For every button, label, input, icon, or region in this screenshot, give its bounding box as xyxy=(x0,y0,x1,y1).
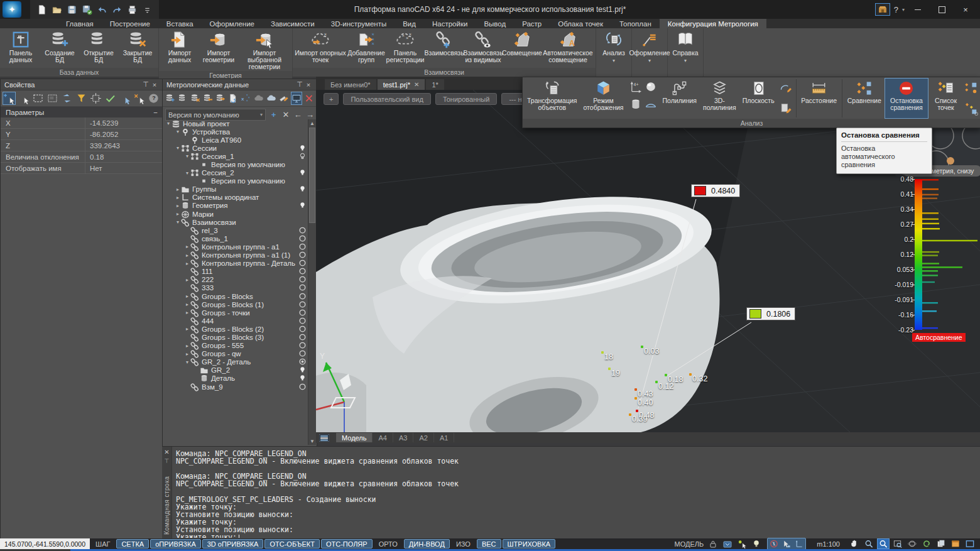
cylinder-icon[interactable] xyxy=(629,97,643,111)
annotation-lock-icon[interactable] xyxy=(707,538,719,549)
tree-expander-icon[interactable]: ▸ xyxy=(184,277,190,283)
tree-item[interactable]: Groups - Blocks (3) xyxy=(164,333,308,341)
tree-item[interactable]: GR_2 xyxy=(164,366,308,374)
zoom-icon[interactable] xyxy=(863,538,875,549)
save-as-icon[interactable] xyxy=(82,4,92,15)
property-row[interactable]: Y-86.2052 xyxy=(1,129,163,140)
tree-item[interactable]: ▸222 xyxy=(164,276,308,284)
open-file-icon[interactable] xyxy=(52,4,62,15)
menu-tab-Облака точек[interactable]: Облака точек xyxy=(550,19,611,28)
db-out-icon[interactable] xyxy=(215,92,226,105)
cloud-icon[interactable] xyxy=(266,92,277,105)
circle-icon[interactable] xyxy=(298,268,307,275)
tree-item[interactable]: ▾Взаимосвязи xyxy=(164,218,308,226)
pin-icon[interactable]: ⊤ xyxy=(163,457,170,464)
scroll-down-icon[interactable]: ▼ xyxy=(308,437,316,445)
db-add-s-icon[interactable] xyxy=(165,92,176,105)
menu-tab-Топоплан[interactable]: Топоплан xyxy=(611,19,660,28)
tree-item[interactable]: ▸Groups - 555 xyxy=(164,342,308,350)
pin-icon[interactable]: ⊤ xyxy=(295,80,304,89)
tree-item[interactable]: ▸Groups - Blocks (2) xyxy=(164,325,308,333)
ribbon-button-align[interactable]: Совмещение xyxy=(503,30,542,57)
cursor-icon[interactable] xyxy=(17,92,30,105)
db-in-icon[interactable] xyxy=(202,92,214,105)
new-file-icon[interactable] xyxy=(36,4,47,15)
window-orange-icon[interactable] xyxy=(949,538,962,549)
pin-icon[interactable]: ⊤ xyxy=(141,80,150,89)
ribbon-button-link-visible[interactable]: Взаимосвязь из видимых xyxy=(464,30,503,64)
analysis-button-display-mode[interactable]: Режим отображения xyxy=(580,78,627,119)
tree-expander-icon[interactable]: ▸ xyxy=(184,293,190,299)
tree-item[interactable]: ▸Геометрия xyxy=(164,202,308,210)
property-row[interactable]: Z339.2643 xyxy=(1,140,163,151)
tree-item[interactable]: ▸Groups - Blocks xyxy=(164,292,308,300)
tree-expander-icon[interactable]: ▸ xyxy=(175,195,181,200)
menu-tab-Вид[interactable]: Вид xyxy=(395,19,424,28)
analysis-button-distance[interactable]: Расстояние xyxy=(798,78,840,119)
close-icon[interactable]: ✕ xyxy=(163,448,171,456)
filter-icon[interactable] xyxy=(75,92,88,105)
property-value[interactable]: Нет xyxy=(85,163,163,173)
property-value[interactable]: -14.5239 xyxy=(85,117,163,128)
bulb-on-icon[interactable] xyxy=(298,185,307,193)
view-pill[interactable]: Пользовательский вид xyxy=(343,93,430,105)
compare-small-icon[interactable] xyxy=(964,81,978,95)
tree-item[interactable]: ▾Новый проект xyxy=(164,119,308,128)
circle-icon[interactable] xyxy=(298,309,307,317)
deviation-leader-label[interactable]: 0.1806 xyxy=(746,307,795,320)
analysis-button-point-list[interactable]: Список точек xyxy=(928,78,963,119)
ribbon-dropdown-help-book[interactable]: Справка▾ xyxy=(668,28,704,77)
menu-tab-Вставка[interactable]: Вставка xyxy=(158,19,202,28)
version-prev-button[interactable]: ← xyxy=(294,110,302,120)
layout-list-icon[interactable] xyxy=(316,433,332,442)
circle-icon[interactable] xyxy=(298,259,307,267)
tree-expander-icon[interactable]: ▸ xyxy=(175,203,181,209)
point-style-icon[interactable] xyxy=(736,538,748,549)
analysis-button-compare[interactable]: Сравнение xyxy=(844,78,885,119)
tree-scrollbar[interactable]: ▲ ▼ xyxy=(308,119,316,445)
ribbon-button-import-geometry[interactable]: Импорт геометрии xyxy=(199,30,238,64)
axes-toggle[interactable] xyxy=(793,538,805,549)
xyz-remove-icon[interactable]: x××× xyxy=(240,92,251,105)
close-icon[interactable]: ✕ xyxy=(414,81,419,88)
tree-item[interactable]: rel_3 xyxy=(164,226,308,234)
tree-expander-icon[interactable]: ▾ xyxy=(165,121,172,126)
help-caret-icon[interactable]: ▾ xyxy=(902,7,905,13)
print-icon[interactable] xyxy=(127,4,138,15)
scroll-thumb[interactable] xyxy=(309,128,315,223)
property-value[interactable]: -86.2052 xyxy=(85,129,163,139)
points-small-icon[interactable] xyxy=(964,102,978,116)
version-delete-button[interactable]: ✕ xyxy=(281,110,290,120)
circle-icon[interactable] xyxy=(298,342,307,349)
circle-icon[interactable] xyxy=(298,284,307,292)
menu-tab-Построение[interactable]: Построение xyxy=(102,19,158,28)
tree-expander-icon[interactable]: ▸ xyxy=(184,253,190,258)
menu-tab-Настройки[interactable]: Настройки xyxy=(424,19,476,28)
ribbon-button-add-groups[interactable]: ×××Добавление групп xyxy=(347,30,386,64)
tree-item[interactable]: ▸Контрольня группа - a1 xyxy=(164,243,308,251)
layout-tab-A2[interactable]: A2 xyxy=(413,433,433,442)
ribbon-dropdown-decor[interactable]: Оформление▾ xyxy=(632,28,668,77)
status-toggle-ОТС-ОБЪЕКТ[interactable]: ОТС-ОБЪЕКТ xyxy=(264,539,319,548)
tree-expander-icon[interactable]: ▾ xyxy=(175,219,181,225)
tree-expander-icon[interactable]: ▸ xyxy=(184,326,190,332)
check-icon[interactable] xyxy=(104,92,117,105)
tree-item[interactable]: ▸Контрольня группа - a1 (1) xyxy=(164,251,308,259)
tree-item[interactable]: связь_1 xyxy=(164,234,308,243)
more-icon[interactable] xyxy=(142,4,153,15)
command-history[interactable]: Команда: NPC_COMPARE_LEGEND_ONNPC_COMPAR… xyxy=(176,450,977,538)
save-icon[interactable] xyxy=(67,4,77,15)
radio-on-icon[interactable] xyxy=(298,358,307,366)
scale-label[interactable]: m1:100 xyxy=(817,540,840,548)
tree-item[interactable]: ▸Groups - точки xyxy=(164,308,308,317)
ribbon-button-link-add[interactable]: Взаимосвязь xyxy=(425,30,464,57)
menu-tab-Оформление[interactable]: Оформление xyxy=(202,19,263,28)
status-toggle-ДИН-ВВОД[interactable]: ДИН-ВВОД xyxy=(404,539,450,548)
orbit-icon[interactable] xyxy=(906,538,918,549)
tree-item[interactable]: ▸Марки xyxy=(164,210,308,218)
tree-expander-icon[interactable]: ▾ xyxy=(175,129,181,134)
ribbon-button-db-add[interactable]: Создание БД xyxy=(40,30,79,64)
axes4-icon[interactable]: 4+ xyxy=(629,80,643,94)
ribbon-button-auto-align[interactable]: AАвтоматическое совмещение xyxy=(542,30,594,64)
tree-item[interactable]: Leica AT960 xyxy=(164,136,308,144)
